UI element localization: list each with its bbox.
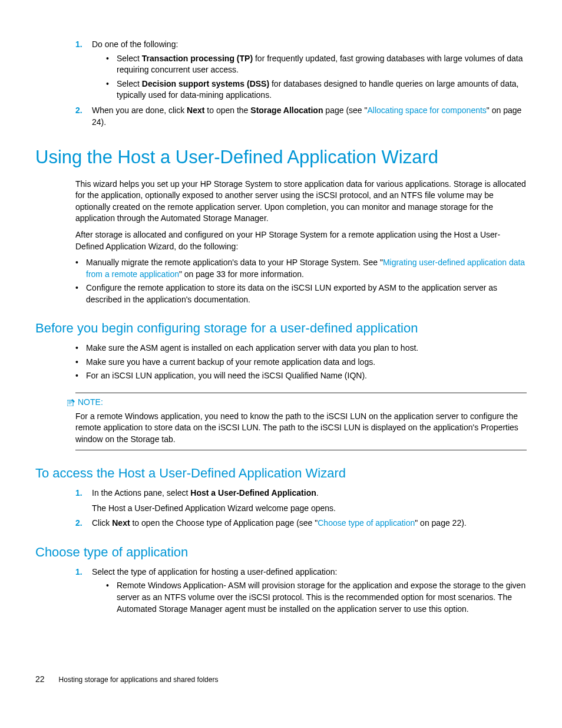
wizard-after-para: After storage is allocated and configure… (75, 229, 527, 252)
step-1-options: Select Transaction processing (TP) for f… (106, 53, 527, 101)
after-step-migrate: Manually migrate the remote application'… (75, 257, 527, 280)
access-step-1-sub: The Host a User-Defined Application Wiza… (92, 503, 527, 515)
option-dss: Select Decision support systems (DSS) fo… (106, 78, 527, 101)
note-icon (67, 399, 75, 406)
step-1-text: Do one of the following: (92, 39, 178, 49)
after-steps-list: Manually migrate the remote application'… (75, 257, 527, 305)
heading-choose-type: Choose type of application (35, 543, 527, 562)
step-2: 2. When you are done, click Next to open… (75, 105, 527, 128)
heading-before-you-begin: Before you begin configuring storage for… (35, 319, 527, 338)
page-number: 22 (35, 674, 45, 686)
before-list: Make sure the ASM agent is installed on … (75, 342, 527, 382)
page-footer: 22 Hosting storage for applications and … (35, 674, 527, 686)
step-1: 1. Do one of the following: Select Trans… (75, 39, 527, 101)
choose-step-1-text: Select the type of application for hosti… (92, 567, 337, 577)
step-marker: 1. (75, 39, 82, 51)
intro-steps: 1. Do one of the following: Select Trans… (75, 39, 527, 128)
link-allocating-space[interactable]: Allocating space for components (368, 106, 487, 115)
chapter-title: Hosting storage for applications and sha… (59, 675, 219, 685)
option-tp: Select Transaction processing (TP) for f… (106, 53, 527, 76)
note-block: NOTE: For a remote Windows application, … (75, 393, 527, 450)
choose-options: Remote Windows Application- ASM will pro… (106, 580, 527, 615)
after-step-configure: Configure the remote application to stor… (75, 282, 527, 305)
access-step-2: 2. Click Next to open the Choose type of… (75, 518, 527, 529)
step-marker: 1. (75, 566, 82, 578)
before-item: Make sure you have a current backup of y… (75, 357, 527, 368)
access-steps: 1. In the Actions pane, select Host a Us… (75, 487, 527, 529)
heading-to-access: To access the Host a User-Defined Applic… (35, 465, 527, 483)
access-step-1: 1. In the Actions pane, select Host a Us… (75, 487, 527, 514)
choose-step-1: 1. Select the type of application for ho… (75, 566, 527, 615)
choose-steps: 1. Select the type of application for ho… (75, 566, 527, 615)
link-choose-type[interactable]: Choose type of application (318, 518, 415, 528)
before-item: For an iSCSI LUN application, you will n… (75, 370, 527, 382)
note-rule-bottom (75, 450, 527, 450)
choose-option-remote-windows: Remote Windows Application- ASM will pro… (106, 580, 527, 615)
wizard-intro-para: This wizard helps you set up your HP Sto… (75, 179, 527, 225)
step-marker: 1. (75, 487, 82, 499)
before-item: Make sure the ASM agent is installed on … (75, 342, 527, 354)
step-marker: 2. (75, 105, 82, 117)
heading-using-wizard: Using the Host a User-Defined Applicatio… (35, 144, 527, 170)
note-body: For a remote Windows application, you ne… (75, 411, 527, 446)
note-rule-top (75, 393, 527, 393)
note-label: NOTE: (67, 397, 527, 409)
step-marker: 2. (75, 518, 82, 529)
